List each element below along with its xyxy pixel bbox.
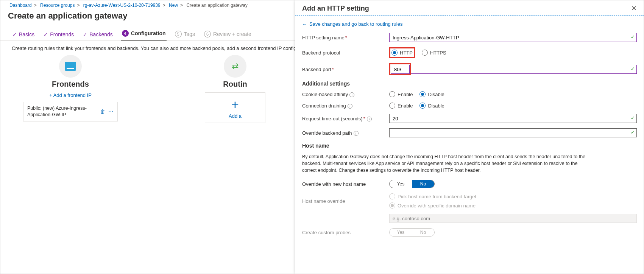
highlight-box [389,63,411,75]
section-additional-settings: Additional settings [302,81,637,87]
http-setting-blade: Add an HTTP setting ✕ ← Save changes and… [295,0,644,274]
cookie-disable-radio[interactable]: Disable [419,91,444,97]
step-number-icon: 5 [175,31,182,37]
step-number-icon: 6 [204,31,211,37]
valid-icon: ✓ [631,66,635,72]
breadcrumb-link[interactable]: Dashboard [9,3,32,8]
info-icon[interactable]: i [349,92,354,97]
add-routing-rule-card[interactable]: + Add a [205,92,265,123]
step-number-icon: 4 [122,30,129,37]
info-icon[interactable]: i [348,104,352,109]
cookie-enable-radio[interactable]: Enable [389,91,413,97]
more-icon[interactable]: ⋯ [108,109,114,115]
hostname-input [389,214,637,223]
add-routing-rule-link: Add a [229,113,242,119]
add-frontend-ip-link[interactable]: + Add a frontend IP [49,92,92,98]
label-hostname-override: Host name override [302,198,389,204]
routing-title: Routin [223,80,247,89]
protocol-https-radio[interactable]: HTTPS [422,50,446,56]
close-icon[interactable]: ✕ [631,4,637,12]
arrow-left-icon: ← [302,21,307,27]
frontends-column: Frontends + Add a frontend IP Public: (n… [23,55,118,123]
back-to-routing-link[interactable]: ← Save changes and go back to routing ru… [295,21,644,33]
tab-frontends[interactable]: ✓Frontends [43,29,75,40]
blade-title: Add an HTTP setting [302,5,369,12]
check-icon: ✓ [83,32,87,37]
valid-icon: ✓ [631,34,635,40]
label-http-setting-name: HTTP setting name* [302,35,389,40]
override-hostname-toggle[interactable]: Yes No [389,180,435,188]
label-backend-protocol: Backend protocol [302,50,389,56]
frontend-ip-card[interactable]: Public: (new) Azure-Ingress-Application-… [23,102,118,121]
frontends-icon [59,55,82,78]
routing-icon: ⇄ [224,55,246,78]
protocol-http-radio[interactable]: HTTP [391,50,413,56]
info-icon[interactable]: i [367,117,372,121]
http-setting-name-input[interactable] [389,33,637,42]
label-override-hostname: Override with new host name [302,181,389,187]
tab-tags[interactable]: 5Tags [174,28,196,40]
tab-review[interactable]: 6Review + create [203,28,252,40]
custom-probes-toggle: Yes No [389,228,435,237]
section-host-name: Host name [302,143,637,149]
host-name-description: By default, Application Gateway does not… [302,153,590,174]
drain-disable-radio[interactable]: Disable [419,103,444,109]
routing-column: ⇄ Routin + Add a [205,55,265,123]
breadcrumb-link[interactable]: Resource groups [40,3,75,8]
breadcrumb-current: Create an application gateway [186,3,247,8]
plus-icon: + [231,98,239,111]
highlight-box: HTTP [389,47,415,58]
label-request-timeout: Request time-out (seconds)*i [302,116,389,121]
label-backend-port: Backend port* [302,67,389,72]
tab-backends[interactable]: ✓Backends [82,29,113,40]
check-icon: ✓ [44,32,48,37]
label-cookie-affinity: Cookie-based affinityi [302,92,389,97]
label-custom-probes: Create custom probes [302,230,389,235]
backend-port-input[interactable] [391,65,410,74]
label-connection-draining: Connection drainingi [302,103,389,109]
tab-basics[interactable]: ✓Basics [12,29,35,40]
info-icon[interactable]: i [354,131,359,136]
drain-enable-radio[interactable]: Enable [389,103,413,109]
breadcrumb-link[interactable]: New [169,3,178,8]
tab-configuration[interactable]: 4Configuration [121,28,167,40]
valid-icon: ✓ [631,115,635,121]
check-icon: ✓ [12,32,17,37]
hostname-from-target-radio: Pick host name from backend target [389,193,476,199]
frontend-ip-label: Public: (new) Azure-Ingress-Application-… [27,105,100,118]
breadcrumb-link[interactable]: rg-av-Azure-West-US-2-10-20-719939 [83,3,161,8]
hostname-specific-domain-radio: Override with specific domain name [389,202,476,209]
label-override-backend-path: Override backend pathi [302,130,389,136]
delete-icon[interactable]: 🗑 [100,109,105,115]
valid-icon: ✓ [631,130,635,135]
frontends-title: Frontends [52,80,89,89]
request-timeout-input[interactable] [389,114,637,123]
override-backend-path-input[interactable] [389,128,637,137]
